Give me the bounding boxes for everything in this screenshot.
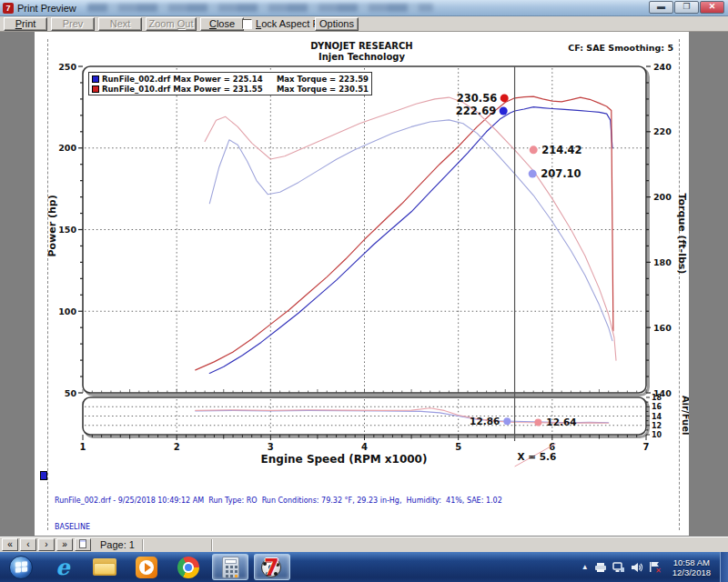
show-desktop-button[interactable]	[720, 552, 728, 582]
internet-explorer-icon: e	[56, 557, 69, 577]
taskbar-item-media-player[interactable]	[128, 554, 165, 580]
legend-swatch-blue	[92, 75, 99, 83]
legend-torque: Max Torque = 230.51	[277, 85, 369, 94]
svg-text:Torque (ft-lbs): Torque (ft-lbs)	[676, 194, 688, 275]
svg-text:222.69: 222.69	[456, 105, 496, 117]
svg-text:Air/Fuel: Air/Fuel	[681, 396, 689, 435]
svg-text:200: 200	[58, 143, 76, 153]
taskbar-clock[interactable]: 10:58 AM 12/3/2018	[672, 557, 711, 577]
hidden-icons-expander-icon[interactable]: ▲	[581, 563, 589, 571]
svg-text:1: 1	[80, 442, 86, 452]
taskbar-item-internet-explorer[interactable]: e	[45, 554, 81, 580]
svg-text:16: 16	[652, 403, 662, 411]
prev-button[interactable]: Prev	[51, 17, 95, 31]
lock-aspect-ratio-checkbox[interactable]	[242, 19, 252, 29]
restore-button[interactable]: ❐	[674, 1, 699, 14]
last-page-button[interactable]: »	[56, 538, 73, 551]
taskbar-item-calculator[interactable]	[212, 554, 248, 580]
dyno-chart: 5010015020025014016018020022024010121416…	[35, 32, 689, 537]
options-button[interactable]: Options	[315, 17, 359, 31]
legend-torque: Max Torque = 223.59	[277, 75, 369, 84]
svg-text:10: 10	[652, 431, 662, 439]
svg-text:240: 240	[653, 62, 672, 72]
svg-text:18: 18	[652, 394, 662, 402]
start-button[interactable]	[3, 554, 39, 580]
windows-start-icon	[9, 556, 33, 579]
toolbar: Print Prev Next Zoom Out Close Lock Aspe…	[0, 16, 728, 32]
printer-icon[interactable]	[594, 562, 607, 573]
svg-text:12.64: 12.64	[546, 416, 576, 427]
action-center-flag-icon[interactable]: ✕	[649, 561, 662, 573]
svg-text:214.42: 214.42	[541, 144, 581, 156]
svg-text:✕: ✕	[655, 567, 662, 574]
system-tray: ▲ ✕ 10:58 AM 12/3/2018	[581, 552, 728, 582]
zoom-out-button[interactable]: Zoom Out	[146, 17, 197, 31]
svg-text:2: 2	[174, 442, 180, 452]
calculator-icon	[222, 557, 239, 578]
taskbar-item-chrome[interactable]	[170, 554, 207, 580]
svg-text:Engine Speed (RPM x1000): Engine Speed (RPM x1000)	[261, 453, 428, 466]
svg-text:7: 7	[643, 442, 650, 452]
statusbar-divider	[142, 539, 144, 551]
legend-file-power: RunFile_010.drf Max Power = 231.55	[102, 85, 277, 94]
correction-factor-label: CF: SAE Smoothing: 5	[568, 43, 673, 53]
svg-text:X = 5.6: X = 5.6	[518, 451, 557, 462]
svg-text:100: 100	[58, 306, 76, 316]
svg-text:180: 180	[653, 257, 672, 267]
titlebar[interactable]: 7 Print Preview ▬ ❐ ✕	[0, 0, 728, 16]
legend-swatch-red	[92, 85, 99, 93]
prev-page-button[interactable]: ‹	[20, 538, 36, 551]
app-icon: 7	[3, 3, 14, 14]
clock-date: 12/3/2018	[672, 567, 711, 577]
taskbar-item-dynojet-winpep[interactable]: 7	[254, 554, 290, 580]
svg-text:3: 3	[268, 442, 274, 452]
svg-text:4: 4	[361, 442, 368, 452]
statusbar: « ‹ › » Page: 1	[0, 537, 728, 552]
volume-icon[interactable]	[631, 562, 643, 573]
legend-file-power: RunFile_002.drf Max Power = 225.14	[102, 75, 277, 84]
print-preview-window: 7 Print Preview ▬ ❐ ✕ Print Prev Next Zo…	[0, 0, 728, 552]
media-player-icon	[136, 557, 157, 578]
taskbar: e 7 ▲ ✕ 10:58 AM 12/3/2018	[0, 552, 728, 582]
network-icon[interactable]	[612, 562, 625, 573]
taskbar-item-file-explorer[interactable]	[86, 554, 123, 580]
chart-legend: RunFile_002.drf Max Power = 225.14 Max T…	[88, 72, 372, 95]
dynojet-winpep-icon: 7	[260, 556, 284, 579]
svg-text:5: 5	[455, 442, 461, 452]
minimize-button[interactable]: ▬	[649, 1, 673, 14]
svg-text:Power (hp): Power (hp)	[46, 195, 58, 256]
svg-text:150: 150	[58, 225, 76, 235]
chart-subtitle: Injen Technology	[35, 52, 689, 62]
svg-text:50: 50	[65, 388, 77, 398]
svg-text:12: 12	[652, 422, 662, 430]
close-preview-button[interactable]: Close	[200, 17, 244, 31]
page-icon	[79, 539, 86, 548]
run-conditions-line: RunFile_002.drf - 9/25/2018 10:49:12 AM …	[55, 497, 641, 506]
svg-text:200: 200	[653, 192, 672, 202]
svg-text:230.56: 230.56	[457, 92, 497, 105]
chrome-icon	[177, 557, 199, 578]
page-setup-button[interactable]	[75, 538, 91, 551]
run-label-line: BASELINE	[55, 523, 641, 532]
preview-area: 5010015020025014016018020022024010121416…	[0, 32, 728, 537]
svg-text:160: 160	[653, 323, 672, 333]
clock-time: 10:58 AM	[672, 557, 711, 567]
blurred-filename-text	[87, 4, 433, 12]
close-window-button[interactable]: ✕	[700, 1, 724, 14]
folder-icon	[93, 558, 116, 576]
first-page-button[interactable]: «	[2, 538, 18, 551]
page-number-label: Page: 1	[100, 539, 142, 550]
next-button[interactable]: Next	[98, 17, 142, 31]
legend-row: RunFile_010.drf Max Power = 231.55 Max T…	[92, 84, 369, 94]
svg-text:250: 250	[58, 62, 76, 72]
statusbar-divider	[211, 539, 213, 551]
svg-text:220: 220	[653, 126, 672, 136]
preview-page: 5010015020025014016018020022024010121416…	[35, 32, 689, 537]
window-title: Print Preview	[17, 3, 76, 14]
legend-row: RunFile_002.drf Max Power = 225.14 Max T…	[92, 74, 369, 84]
print-button[interactable]: Print	[4, 17, 47, 31]
svg-text:207.10: 207.10	[541, 167, 581, 180]
svg-text:14: 14	[652, 413, 662, 421]
next-page-button[interactable]: ›	[38, 538, 55, 551]
run-swatch-blue	[40, 471, 47, 480]
